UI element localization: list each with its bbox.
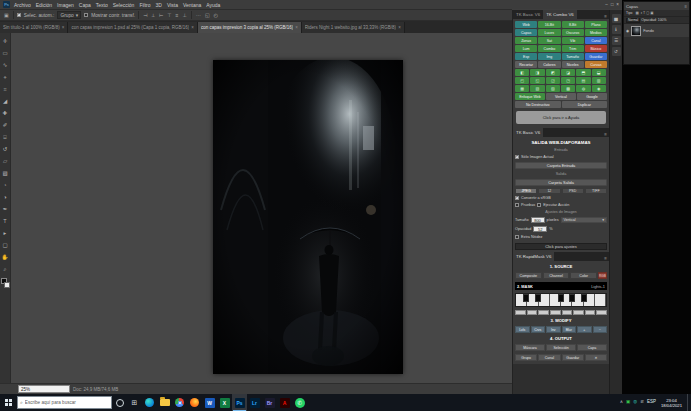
filter-pixel-icon[interactable]: ▦ [635, 11, 638, 15]
mask-icon[interactable]: ◩ [546, 69, 560, 76]
input-folder-button[interactable]: Carpeta Entrada [515, 162, 607, 169]
layer-visibility-icon[interactable]: ◉ [626, 29, 629, 33]
document-tab[interactable]: con capas impresion 3 copia al 25% (RGB/… [198, 22, 302, 33]
taskbar-bridge-icon[interactable]: Br [262, 394, 277, 411]
tool-clone-stamp-tool[interactable]: ⌸ [0, 131, 11, 143]
tool-shape-tool[interactable]: ▢ [0, 239, 11, 251]
tool-healing-brush-tool[interactable]: ✚ [0, 107, 11, 119]
mask-icon[interactable]: ◲ [546, 77, 560, 84]
window-control-icon[interactable]: × [616, 2, 619, 7]
canvas-area[interactable] [11, 33, 512, 383]
tab-tk-rapidmask[interactable]: TK RapidMask V6 [513, 252, 554, 261]
orientation-dropdown[interactable]: Vertical▾ [561, 217, 607, 223]
align-top-icon[interactable]: ⊤ [166, 12, 172, 19]
align-left-icon[interactable]: ⊣ [142, 12, 148, 19]
tab-close-icon[interactable]: × [398, 25, 401, 30]
menu-item-filtro[interactable]: Filtro [139, 2, 150, 8]
output-button-capa[interactable]: Capa [577, 344, 607, 351]
output-button-✕[interactable]: ✕ [585, 354, 607, 361]
zone-button[interactable] [550, 310, 561, 315]
format-psd[interactable]: PSD [562, 188, 584, 194]
tab-close-icon[interactable]: × [295, 25, 298, 30]
combo-button-8-bit[interactable]: 8-Bit [562, 21, 584, 28]
taskbar-photoshop-icon[interactable]: Ps [232, 394, 247, 411]
source-button-composite[interactable]: Composite [515, 272, 542, 279]
tool-hand-tool[interactable]: ✋ [0, 251, 11, 263]
tool-preset-icon[interactable]: ▣ [3, 12, 10, 18]
combo-button-canal[interactable]: Canal [585, 37, 607, 44]
tool-eyedropper-tool[interactable]: ◢ [0, 95, 11, 107]
tool-pen-tool[interactable]: ✒ [0, 203, 11, 215]
tab-tk-combo-v6[interactable]: TK Combo V6 [543, 10, 577, 19]
filter-adjust-icon[interactable]: ◑ [640, 11, 642, 15]
combo-button-enfoque-web[interactable]: Enfoque Web [515, 93, 545, 100]
tab-tk-basic-v6[interactable]: TK Basic V6 [513, 10, 543, 19]
align-center-h-icon[interactable]: ⟂ [151, 12, 156, 19]
tab-close-icon[interactable]: × [62, 25, 65, 30]
zone-button[interactable] [585, 310, 596, 315]
tray-icon[interactable]: ESP [647, 400, 656, 405]
black-key[interactable] [535, 294, 541, 302]
menu-item-vista[interactable]: Vista [167, 2, 178, 8]
combo-button-combo[interactable]: Combo [538, 45, 560, 52]
align-bottom-icon[interactable]: ⊥ [182, 12, 188, 19]
combo-button-duplicar[interactable]: Duplicar [562, 101, 608, 108]
taskbar-whatsapp-icon[interactable]: ✆ [292, 394, 307, 411]
format-jpeg[interactable]: JPEG [515, 188, 537, 194]
format-tiff[interactable]: TIFF [585, 188, 607, 194]
combo-button-vib[interactable]: Vib [562, 37, 584, 44]
tab-tk-basic[interactable]: TK Basic V6 [513, 128, 543, 137]
output-button-grupo[interactable]: Grupo [515, 354, 537, 361]
mask-icon[interactable]: ▤ [576, 77, 590, 84]
3d-orbit-icon[interactable]: ◴ [213, 12, 219, 18]
tool-gradient-tool[interactable]: ▨ [0, 167, 11, 179]
taskbar-search[interactable]: ⌕ [17, 396, 112, 409]
tool-blur-tool[interactable]: ◔ [0, 179, 11, 191]
tool-marquee-tool[interactable]: ▭ [0, 47, 11, 59]
combo-button-recortar[interactable]: Recortar [515, 61, 537, 68]
settings-button[interactable]: Click para ajustes [515, 243, 607, 250]
taskbar-chrome-icon[interactable] [172, 394, 187, 411]
combo-button-plano[interactable]: Plano [585, 21, 607, 28]
info-panel-icon[interactable]: ℹ [612, 25, 621, 34]
combo-button-oscuros[interactable]: Oscuros [562, 29, 584, 36]
output-button-canal[interactable]: Canal [538, 354, 560, 361]
align-middle-icon[interactable]: ≡ [175, 12, 180, 19]
layer-thumbnail[interactable] [631, 26, 641, 36]
mask-icon[interactable]: ▦ [515, 85, 529, 92]
mask-icon[interactable]: ▨ [546, 85, 560, 92]
document-tab[interactable]: con capas impresion 1.psd al 25% (Capa 1… [68, 22, 197, 33]
menu-item-edición[interactable]: Edición [36, 2, 52, 8]
zone-button[interactable] [562, 310, 573, 315]
background-color-swatch[interactable] [4, 282, 10, 288]
menu-item-archivo[interactable]: Archivo [14, 2, 31, 8]
layer-row[interactable]: ◉ Fondo [624, 24, 689, 37]
mask-icon[interactable]: ⬓ [592, 69, 606, 76]
histogram-panel-icon[interactable]: ▅ [612, 14, 621, 23]
combo-button-16-bit[interactable]: 16-Bit [538, 21, 560, 28]
window-control-icon[interactable]: – [605, 2, 608, 7]
taskbar-task-view-icon[interactable]: ⊞ [127, 394, 142, 411]
mask-icon[interactable]: ◉ [592, 85, 606, 92]
taskbar-excel-icon[interactable]: X [217, 394, 232, 411]
taskbar-edge-icon[interactable] [142, 394, 157, 411]
source-rgb-button[interactable]: RGB [598, 272, 607, 279]
mask-icon[interactable]: ▩ [561, 85, 575, 92]
output-button-selección[interactable]: Selección [546, 344, 576, 351]
auto-select-dropdown[interactable]: Grupo ▾ [57, 11, 81, 19]
combo-button-img[interactable]: Img [538, 53, 560, 60]
mask-icon[interactable]: ◨ [530, 69, 544, 76]
mask-icon[interactable]: ◳ [561, 77, 575, 84]
opacity-value[interactable]: 100% [658, 18, 667, 22]
combo-button-zonas[interactable]: Zonas [515, 37, 537, 44]
help-button[interactable]: Click para ir a Ayuda [516, 111, 606, 124]
combo-button-google[interactable]: Google [577, 93, 607, 100]
combo-button-curvas[interactable]: Curvas [585, 61, 607, 68]
taskbar-file-explorer-icon[interactable] [157, 394, 172, 411]
black-key[interactable] [558, 294, 564, 302]
tray-icon[interactable]: ▣ [626, 400, 630, 405]
panel-menu-icon[interactable]: ≡ [685, 4, 687, 9]
window-control-icon[interactable]: □ [611, 2, 614, 7]
combo-button-sat[interactable]: Sat [538, 37, 560, 44]
zone-button[interactable] [596, 310, 607, 315]
